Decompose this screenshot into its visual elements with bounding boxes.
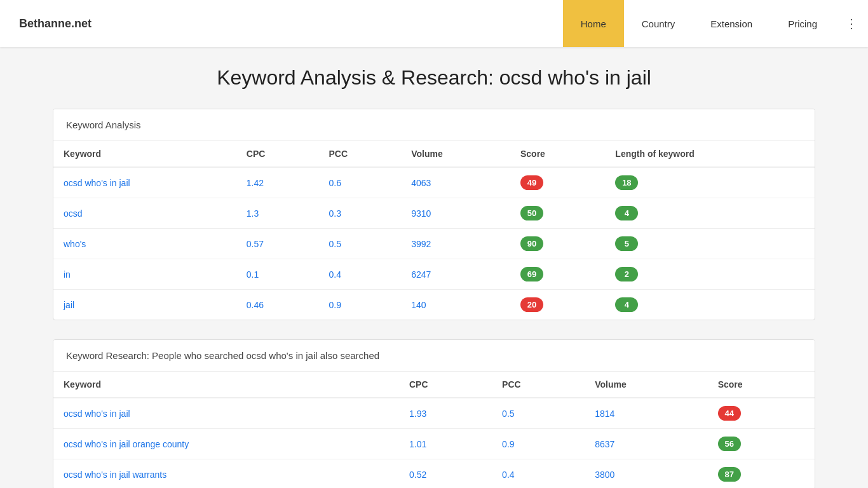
col-score: Score — [510, 141, 605, 167]
main-content: Keyword Analysis & Research: ocsd who's … — [40, 47, 828, 488]
score-cell: 50 — [510, 198, 605, 229]
length-cell: 4 — [605, 290, 815, 320]
analysis-table-header-row: Keyword CPC PCC Volume Score Length of k… — [53, 141, 815, 167]
score-cell: 44 — [708, 398, 815, 429]
cpc-cell: 1.3 — [236, 198, 319, 229]
site-brand: Bethanne.net — [0, 0, 563, 47]
pcc-cell: 0.9 — [319, 290, 402, 320]
cpc-cell: 0.52 — [399, 459, 492, 489]
pcc-cell: 0.4 — [319, 259, 402, 290]
col-pcc: PCC — [492, 372, 585, 398]
pcc-cell: 0.3 — [319, 198, 402, 229]
length-cell: 5 — [605, 229, 815, 259]
col-keyword: Keyword — [53, 372, 399, 398]
col-keyword: Keyword — [53, 141, 236, 167]
keyword-cell[interactable]: ocsd who's in jail warrants — [53, 459, 399, 489]
score-cell: 20 — [510, 290, 605, 320]
score-badge: 87 — [718, 467, 741, 482]
score-badge: 90 — [520, 236, 543, 251]
length-cell: 2 — [605, 259, 815, 290]
navbar: Bethanne.net Home Country Extension Pric… — [0, 0, 868, 47]
cpc-cell: 0.57 — [236, 229, 319, 259]
volume-cell: 3800 — [585, 459, 707, 489]
nav-links: Home Country Extension Pricing ⋮ — [563, 0, 868, 47]
table-row: ocsd who's in jail 1.93 0.5 1814 44 — [53, 398, 815, 429]
volume-cell: 140 — [401, 290, 510, 320]
keyword-cell[interactable]: in — [53, 259, 236, 290]
table-row: ocsd who's in jail orange county 1.01 0.… — [53, 429, 815, 459]
cpc-cell: 1.01 — [399, 429, 492, 459]
col-volume: Volume — [401, 141, 510, 167]
cpc-cell: 1.93 — [399, 398, 492, 429]
pcc-cell: 0.4 — [492, 459, 585, 489]
keyword-cell[interactable]: jail — [53, 290, 236, 320]
pcc-cell: 0.5 — [492, 398, 585, 429]
volume-cell: 9310 — [401, 198, 510, 229]
score-cell: 69 — [510, 259, 605, 290]
volume-cell: 1814 — [585, 398, 707, 429]
cpc-cell: 0.46 — [236, 290, 319, 320]
nav-country[interactable]: Country — [624, 0, 693, 47]
volume-cell: 4063 — [401, 167, 510, 198]
score-cell: 49 — [510, 167, 605, 198]
keyword-cell[interactable]: who's — [53, 229, 236, 259]
pcc-cell: 0.6 — [319, 167, 402, 198]
score-cell: 56 — [708, 429, 815, 459]
score-badge: 50 — [520, 206, 543, 220]
length-badge: 4 — [615, 206, 638, 220]
score-cell: 90 — [510, 229, 605, 259]
table-row: ocsd who's in jail warrants 0.52 0.4 380… — [53, 459, 815, 489]
length-cell: 4 — [605, 198, 815, 229]
score-cell: 87 — [708, 459, 815, 489]
research-table-header-row: Keyword CPC PCC Volume Score — [53, 372, 815, 398]
length-badge: 18 — [615, 175, 638, 190]
pcc-cell: 0.9 — [492, 429, 585, 459]
length-badge: 5 — [615, 236, 638, 251]
score-badge: 56 — [718, 437, 741, 451]
cpc-cell: 1.42 — [236, 167, 319, 198]
page-title: Keyword Analysis & Research: ocsd who's … — [53, 66, 815, 90]
research-card: Keyword Research: People who searched oc… — [53, 339, 815, 488]
length-badge: 4 — [615, 297, 638, 312]
col-volume: Volume — [585, 372, 707, 398]
table-row: in 0.1 0.4 6247 69 2 — [53, 259, 815, 290]
table-row: jail 0.46 0.9 140 20 4 — [53, 290, 815, 320]
volume-cell: 8637 — [585, 429, 707, 459]
research-card-header: Keyword Research: People who searched oc… — [53, 340, 815, 372]
length-cell: 18 — [605, 167, 815, 198]
table-row: who's 0.57 0.5 3992 90 5 — [53, 229, 815, 259]
col-cpc: CPC — [236, 141, 319, 167]
table-row: ocsd who's in jail 1.42 0.6 4063 49 18 — [53, 167, 815, 198]
score-badge: 44 — [718, 406, 741, 421]
volume-cell: 6247 — [401, 259, 510, 290]
col-cpc: CPC — [399, 372, 492, 398]
analysis-table: Keyword CPC PCC Volume Score Length of k… — [53, 141, 815, 320]
col-pcc: PCC — [319, 141, 402, 167]
nav-more-icon[interactable]: ⋮ — [835, 0, 868, 47]
volume-cell: 3992 — [401, 229, 510, 259]
keyword-cell[interactable]: ocsd who's in jail — [53, 398, 399, 429]
nav-extension[interactable]: Extension — [693, 0, 770, 47]
analysis-card: Keyword Analysis Keyword CPC PCC Volume … — [53, 109, 815, 320]
keyword-cell[interactable]: ocsd — [53, 198, 236, 229]
nav-pricing[interactable]: Pricing — [770, 0, 835, 47]
score-badge: 20 — [520, 297, 543, 312]
research-table: Keyword CPC PCC Volume Score ocsd who's … — [53, 372, 815, 488]
keyword-cell[interactable]: ocsd who's in jail — [53, 167, 236, 198]
length-badge: 2 — [615, 267, 638, 281]
score-badge: 49 — [520, 175, 543, 190]
pcc-cell: 0.5 — [319, 229, 402, 259]
analysis-card-header: Keyword Analysis — [53, 109, 815, 141]
keyword-cell[interactable]: ocsd who's in jail orange county — [53, 429, 399, 459]
table-row: ocsd 1.3 0.3 9310 50 4 — [53, 198, 815, 229]
nav-home[interactable]: Home — [563, 0, 624, 47]
score-badge: 69 — [520, 267, 543, 281]
col-score: Score — [708, 372, 815, 398]
cpc-cell: 0.1 — [236, 259, 319, 290]
col-length: Length of keyword — [605, 141, 815, 167]
